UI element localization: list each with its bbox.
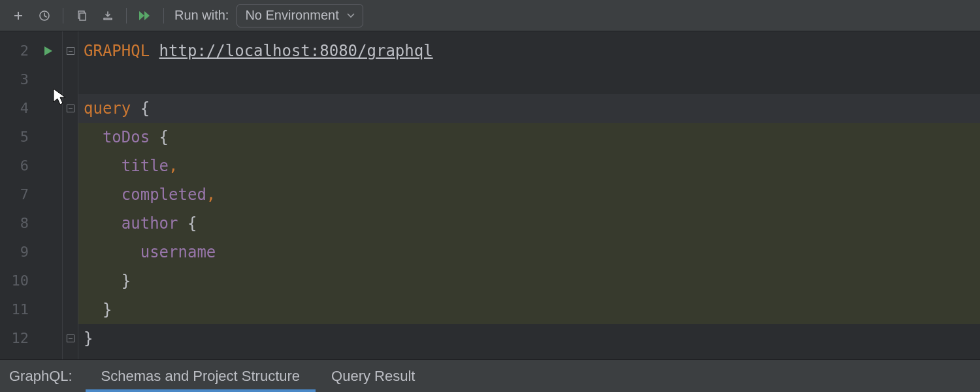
tab-label: Query Result: [331, 368, 415, 385]
toolbar-separator: [163, 8, 164, 24]
chevron-down-icon: [347, 13, 355, 18]
import-icon: [103, 10, 113, 21]
tab-query-result[interactable]: Query Result: [316, 360, 431, 392]
environment-value: No Environment: [245, 8, 338, 23]
keyword-query: query: [84, 99, 131, 118]
brace-close: }: [84, 329, 93, 348]
field-author: author: [122, 214, 178, 233]
gutter-run: [34, 31, 63, 359]
http-client-toolbar: Run with: No Environment: [0, 0, 980, 31]
field-title: title: [122, 157, 169, 175]
run-with-label: Run with:: [174, 8, 229, 23]
gutter-fold: [63, 31, 78, 359]
line-number: 11: [0, 295, 34, 324]
code-editor[interactable]: 2 3 4 5 6 7 8 9 10 11 12 GRAPHQL http://…: [0, 31, 980, 359]
http-method: GRAPHQL: [84, 42, 150, 60]
line-number: 6: [0, 152, 34, 180]
code-content[interactable]: GRAPHQL http://localhost:8080/graphql qu…: [78, 31, 980, 359]
field-toDos: toDos: [103, 128, 150, 146]
add-request-button[interactable]: [8, 5, 29, 26]
line-number: 4: [0, 94, 34, 123]
field-completed: completed: [122, 186, 206, 204]
gutter-line-numbers: 2 3 4 5 6 7 8 9 10 11 12: [0, 31, 34, 359]
line-number: 8: [0, 209, 34, 238]
toolbar-separator: [126, 8, 127, 24]
import-button[interactable]: [97, 5, 118, 26]
examples-button[interactable]: [71, 5, 92, 26]
toolbar-separator: [63, 8, 63, 24]
fold-minus-icon: [67, 335, 74, 342]
tab-label: Schemas and Project Structure: [101, 368, 300, 385]
run-request-gutter-button[interactable]: [34, 37, 62, 65]
line-number: 2: [0, 37, 34, 65]
line-number: 12: [0, 324, 34, 353]
run-all-icon: [139, 10, 152, 22]
line-number: 7: [0, 180, 34, 209]
line-number: 9: [0, 238, 34, 267]
svg-rect-2: [80, 13, 86, 20]
fold-minus-icon: [67, 47, 74, 55]
brace-open: {: [140, 99, 150, 118]
mouse-cursor-icon: [52, 88, 67, 106]
line-number: 10: [0, 267, 34, 295]
graphql-panel-title: GraphQL:: [0, 368, 86, 385]
plus-icon: [13, 10, 24, 21]
graphql-tool-window: GraphQL: Schemas and Project Structure Q…: [0, 359, 980, 392]
endpoint-url[interactable]: http://localhost:8080/graphql: [159, 42, 433, 60]
environment-select[interactable]: No Environment: [237, 4, 363, 27]
fold-minus-icon: [67, 105, 74, 112]
fold-toggle[interactable]: [63, 37, 78, 65]
tab-schemas[interactable]: Schemas and Project Structure: [86, 360, 316, 392]
line-number: 3: [0, 65, 34, 94]
line-number: 5: [0, 123, 34, 152]
clock-icon: [39, 10, 50, 22]
fold-toggle[interactable]: [63, 324, 78, 353]
run-all-button[interactable]: [135, 5, 155, 26]
copy-icon: [76, 10, 87, 21]
field-username: username: [140, 243, 216, 261]
play-icon: [44, 46, 53, 56]
history-button[interactable]: [34, 5, 55, 26]
